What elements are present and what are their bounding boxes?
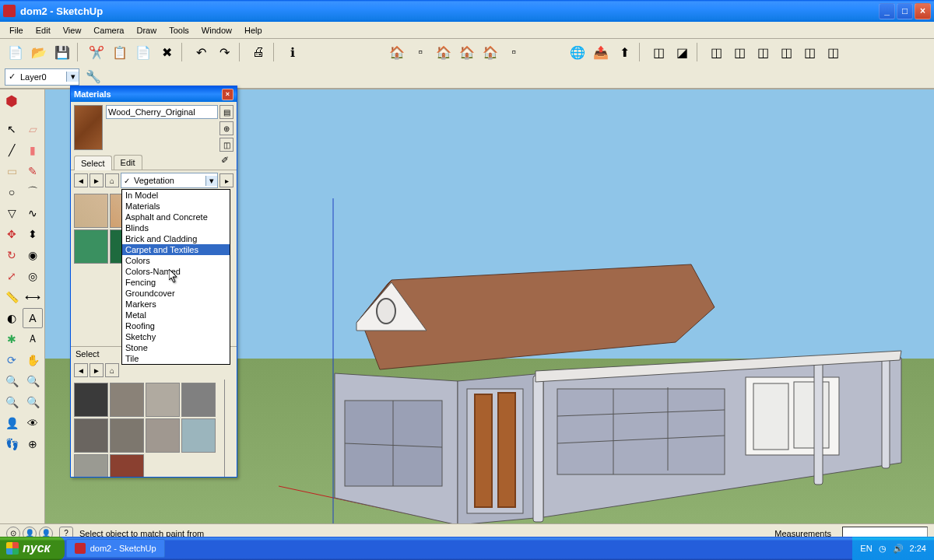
get-models-button[interactable]: 🌐	[567, 41, 588, 63]
category-option[interactable]: Markers	[122, 299, 230, 310]
material-swatch[interactable]	[110, 383, 144, 417]
category-select[interactable]: ✓ Vegetation ▾ In ModelMaterialsAsphalt …	[121, 173, 218, 188]
select-tool[interactable]: ↖	[2, 119, 22, 139]
category-option[interactable]: Tile	[122, 353, 230, 364]
menu-file[interactable]: File	[3, 24, 30, 37]
walk-tool[interactable]: 👣	[2, 434, 22, 454]
zoom-tool[interactable]: 🔍	[2, 371, 22, 391]
axes-tool[interactable]: ✱	[2, 329, 22, 349]
undo-button[interactable]: ↶	[190, 41, 212, 63]
pencil-tool[interactable]: ✎	[23, 161, 43, 181]
3d-text-tool[interactable]: Ａ	[23, 329, 43, 349]
paint-bucket-tool[interactable]: ▮	[23, 140, 43, 160]
category-option[interactable]: Materials	[122, 201, 230, 212]
material-swatch[interactable]	[110, 418, 144, 453]
view-right-button[interactable]: ▫	[503, 41, 525, 63]
pan-tool[interactable]: ✋	[23, 350, 43, 370]
save-file-button[interactable]: 💾	[51, 41, 73, 63]
menu-edit[interactable]: Edit	[30, 24, 57, 37]
create-material-button[interactable]: ⊕	[219, 121, 234, 135]
category-option[interactable]: Metal	[122, 310, 230, 320]
chevron-down-icon[interactable]: ▾	[205, 176, 217, 186]
menu-help[interactable]: Help	[238, 24, 269, 37]
polygon-tool[interactable]: ▽	[2, 203, 22, 223]
tape-measure-tool[interactable]: 📏	[2, 287, 22, 307]
category-option[interactable]: Carpet and Textiles	[122, 244, 230, 255]
xray-mode-button[interactable]: ◫	[648, 41, 669, 63]
text-tool[interactable]: A	[23, 308, 43, 328]
set-default-material-button[interactable]: ◫	[219, 138, 234, 152]
copy-button[interactable]: 📋	[109, 41, 131, 63]
category-option[interactable]: Brick and Cladding	[122, 233, 230, 244]
category-option[interactable]: Roofing	[122, 320, 230, 331]
menu-draw[interactable]: Draw	[130, 24, 163, 37]
protractor-tool[interactable]: ◐	[2, 308, 22, 328]
material-swatch[interactable]	[74, 229, 108, 264]
close-button[interactable]: ×	[915, 3, 931, 19]
eraser-tool[interactable]: ▱	[23, 119, 43, 139]
arc-tool[interactable]: ⌒	[23, 182, 43, 202]
hidden-line-button[interactable]: ◫	[729, 41, 750, 63]
shaded-button[interactable]: ◫	[752, 41, 774, 63]
view-top-button[interactable]: 🏠	[456, 41, 478, 63]
line-tool[interactable]: ╱	[2, 140, 22, 160]
material-swatch[interactable]	[110, 454, 144, 477]
category-option[interactable]: Colors-Named	[122, 266, 230, 277]
back-edges-button[interactable]: ◪	[671, 41, 693, 63]
display-secondary-pane-button[interactable]: ▤	[219, 105, 234, 119]
material-preview-swatch[interactable]	[74, 105, 103, 150]
principal-toolbar-toggle[interactable]: ⬢	[2, 91, 22, 111]
nav-back-button[interactable]: ◄	[74, 173, 88, 187]
look-around-tool[interactable]: 👁	[23, 413, 43, 433]
material-swatch[interactable]	[74, 454, 108, 477]
print-button[interactable]: 🖨	[248, 41, 269, 63]
category-option[interactable]: Colors	[122, 255, 230, 266]
pushpull-tool[interactable]: ⬍	[23, 224, 43, 244]
share-model-button[interactable]: 📤	[590, 41, 612, 63]
make-component-button[interactable]: 🏠	[386, 41, 408, 63]
paste-button[interactable]: 📄	[132, 41, 154, 63]
material-swatch[interactable]	[146, 418, 180, 453]
offset-tool[interactable]: ◎	[23, 266, 43, 286]
system-tray[interactable]: EN ◷ 🔊 2:24	[852, 537, 934, 560]
nav2-back-button[interactable]: ◄	[74, 363, 88, 377]
category-option[interactable]: In Model	[122, 190, 230, 201]
section-plane-tool[interactable]: ⊕	[23, 434, 43, 454]
category-option[interactable]: Asphalt and Concrete	[122, 212, 230, 222]
wireframe-button[interactable]: ◫	[705, 41, 727, 63]
model-info-button[interactable]: ℹ	[282, 41, 304, 63]
monochrome-button[interactable]: ◫	[799, 41, 820, 63]
taskbar-item-sketchup[interactable]: dom2 - SketchUp	[66, 539, 165, 558]
nav2-home-button[interactable]: ⌂	[105, 363, 119, 377]
position-camera-tool[interactable]: 👤	[2, 413, 22, 433]
nav-forward-button[interactable]: ►	[90, 173, 104, 187]
category-option[interactable]: Stone	[122, 342, 230, 353]
redo-button[interactable]: ↷	[213, 41, 235, 63]
tab-edit[interactable]: Edit	[114, 155, 142, 170]
maximize-button[interactable]: □	[897, 3, 913, 19]
material-swatch[interactable]	[74, 418, 108, 453]
language-indicator[interactable]: EN	[860, 544, 872, 553]
start-button[interactable]: пуск	[0, 537, 65, 560]
tab-select[interactable]: Select	[74, 156, 112, 170]
zoom-window-tool[interactable]: 🔍	[23, 371, 43, 391]
open-file-button[interactable]: 📂	[28, 41, 50, 63]
menu-tools[interactable]: Tools	[163, 24, 195, 37]
details-button[interactable]: ▸	[219, 173, 234, 187]
previous-view-tool[interactable]: 🔍	[23, 392, 43, 412]
freehand-tool[interactable]: ∿	[23, 203, 43, 223]
minimize-button[interactable]: _	[879, 3, 895, 19]
clock[interactable]: 2:24	[910, 544, 926, 553]
tray-icon[interactable]: ◷	[879, 544, 887, 554]
zoom-extents-tool[interactable]: 🔍	[2, 392, 22, 412]
cut-button[interactable]: ✂️	[86, 41, 107, 63]
dimension-tool[interactable]: ⟷	[23, 287, 43, 307]
material-swatch[interactable]	[181, 383, 216, 417]
panel-close-button[interactable]: ×	[222, 89, 234, 100]
sample-paint-button[interactable]: ✐	[221, 155, 234, 167]
material-swatch[interactable]	[146, 383, 180, 417]
orbit-tool[interactable]: ⟳	[2, 350, 22, 370]
material-swatch[interactable]	[74, 383, 108, 417]
chevron-down-icon[interactable]: ▾	[66, 72, 79, 82]
scrollbar-bottom[interactable]	[224, 380, 237, 477]
